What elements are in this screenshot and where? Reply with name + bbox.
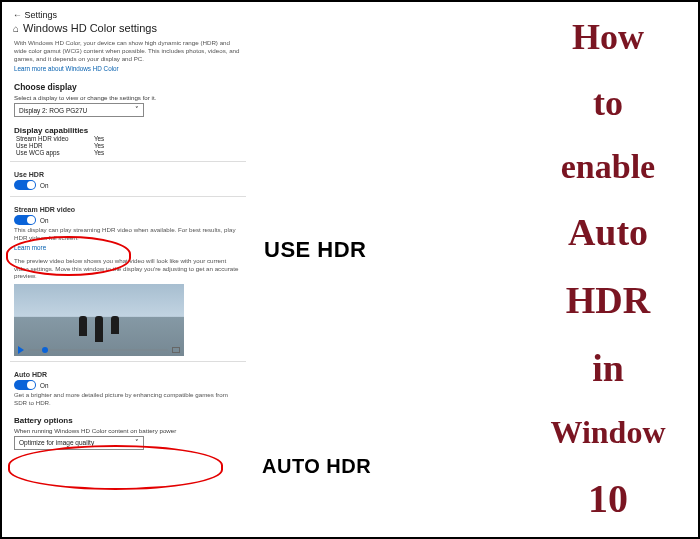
display-select[interactable]: Display 2: ROG PG27U ˅ [14,103,144,117]
battery-select-value: Optimize for image quality [19,439,94,446]
caps-row: Use HDRYes [14,142,242,149]
chevron-down-icon: ˅ [135,106,139,114]
title-word: 10 [588,475,628,522]
title-word: Window [550,414,665,451]
divider [10,361,246,362]
title-panel: How to enable Auto HDR in Window 10 [528,10,688,530]
learn-more-link[interactable]: Learn more about Windows HD Color [14,65,242,72]
fullscreen-icon[interactable] [172,347,180,353]
auto-hdr-state: On [40,382,48,389]
auto-hdr-toggle[interactable] [14,380,36,390]
page-header: ⌂ Windows HD Color settings [8,22,248,37]
preview-note: The preview video below shows you what v… [14,257,242,280]
settings-panel: ← Settings ⌂ Windows HD Color settings W… [8,8,248,534]
preview-figures [14,316,184,342]
stream-hdr-toggle[interactable] [14,215,36,225]
stream-hdr-heading: Stream HDR video [14,206,242,213]
stream-hdr-note: This display can play streaming HDR vide… [14,226,242,242]
auto-hdr-heading: Auto HDR [14,371,242,378]
home-icon[interactable]: ⌂ [13,23,19,34]
video-preview[interactable] [14,284,184,356]
back-label: Settings [25,10,58,20]
use-hdr-state: On [40,182,48,189]
battery-section: Battery options When running Windows HD … [8,409,248,452]
title-word: HDR [566,278,650,322]
divider [10,161,246,162]
use-hdr-heading: Use HDR [14,171,242,178]
intro-section: With Windows HD Color, your device can s… [8,37,248,74]
caps-row: Stream HDR videoYes [14,135,242,142]
use-hdr-section: Use HDR On [8,165,248,193]
seek-bar[interactable] [28,349,168,351]
callout-auto-hdr: AUTO HDR [262,455,371,478]
battery-heading: Battery options [14,416,242,425]
page-title: Windows HD Color settings [23,22,157,34]
back-button[interactable]: ← Settings [8,8,248,22]
capabilities-heading: Display capabilities [14,126,242,135]
auto-hdr-note: Get a brighter and more detailed picture… [14,391,242,407]
choose-display-section: Choose display Select a display to view … [8,74,248,119]
title-word: to [593,82,623,124]
title-word: Auto [568,210,648,254]
play-icon[interactable] [18,346,24,354]
intro-text: With Windows HD Color, your device can s… [14,39,242,62]
video-controls [18,346,180,354]
display-select-value: Display 2: ROG PG27U [19,107,87,114]
battery-instruction: When running Windows HD Color content on… [14,427,242,434]
chevron-down-icon: ˅ [135,439,139,447]
use-hdr-toggle[interactable] [14,180,36,190]
title-word: in [592,346,624,390]
divider [10,196,246,197]
stream-hdr-state: On [40,217,48,224]
callout-use-hdr: USE HDR [264,237,367,263]
battery-select[interactable]: Optimize for image quality ˅ [14,436,144,450]
choose-display-heading: Choose display [14,82,242,92]
title-word: enable [561,148,655,186]
caps-row: Use WCG appsYes [14,149,242,156]
capabilities-section: Display capabilities Stream HDR videoYes… [8,119,248,158]
stream-learn-more-link[interactable]: Learn more [14,244,242,251]
stream-hdr-section: Stream HDR video On This display can pla… [8,200,248,358]
choose-display-instruction: Select a display to view or change the s… [14,94,242,101]
title-word: How [572,16,644,58]
auto-hdr-section: Auto HDR On Get a brighter and more deta… [8,365,248,409]
